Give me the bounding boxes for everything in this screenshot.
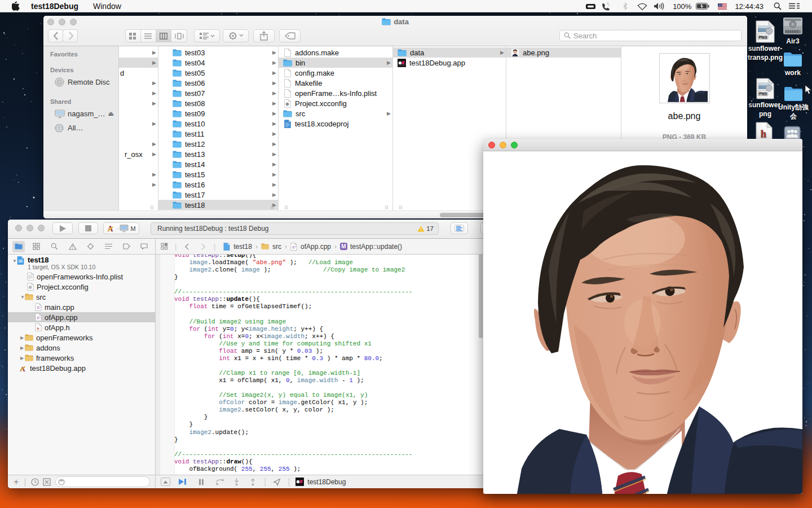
svg-text:PNG: PNG xyxy=(758,35,767,39)
svg-text:!: ! xyxy=(420,227,421,232)
svg-text:h: h xyxy=(761,128,766,139)
svg-text:C: C xyxy=(293,246,295,249)
svg-text:PNG: PNG xyxy=(759,91,767,95)
svg-text:C: C xyxy=(37,306,39,309)
svg-text:C: C xyxy=(37,316,39,319)
svg-text:h: h xyxy=(37,326,39,330)
